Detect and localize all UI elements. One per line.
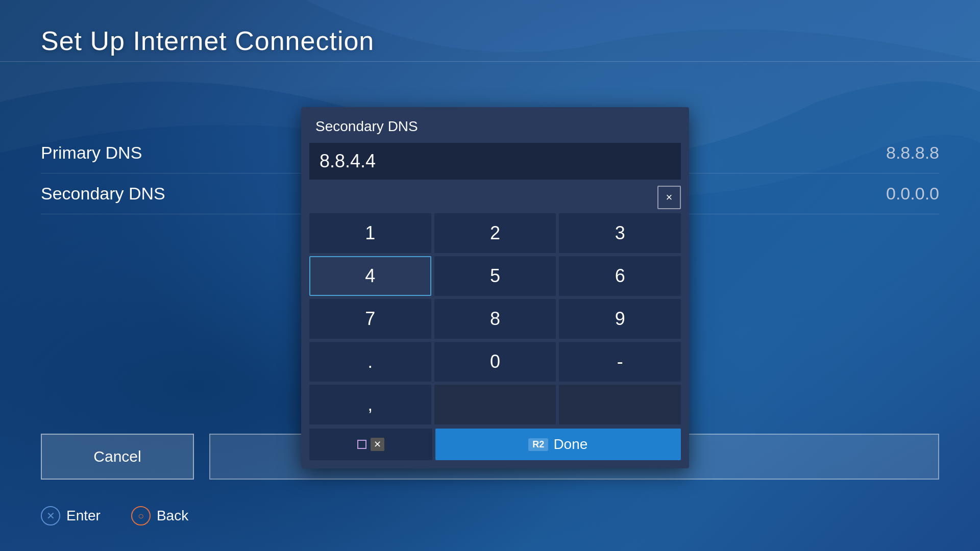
numpad-8[interactable]: 8 (434, 299, 556, 339)
numpad-2[interactable]: 2 (434, 213, 556, 253)
r2-badge: R2 (528, 438, 548, 451)
numpad: 1 2 3 4 5 6 7 8 9 . 0 - , (301, 213, 689, 429)
numpad-0[interactable]: 0 (434, 342, 556, 382)
done-button[interactable]: R2 Done (435, 429, 681, 460)
dialog-title: Secondary DNS (301, 107, 689, 143)
numpad-dot[interactable]: . (309, 342, 431, 382)
dns-dialog: Secondary DNS × 1 2 3 4 5 6 7 8 9 (301, 107, 689, 468)
dialog-close-button[interactable]: × (657, 186, 681, 209)
modal-overlay: Secondary DNS × 1 2 3 4 5 6 7 8 9 (0, 0, 980, 551)
done-label: Done (553, 436, 587, 453)
main-content: Set Up Internet Connection Primary DNS 8… (0, 0, 980, 551)
numpad-4[interactable]: 4 (309, 256, 431, 296)
numpad-comma[interactable]: , (309, 385, 431, 424)
square-icon (357, 440, 366, 449)
numpad-3[interactable]: 3 (559, 213, 681, 253)
dialog-input-area (309, 143, 681, 180)
numpad-empty-1 (434, 385, 556, 424)
numpad-empty-2 (559, 385, 681, 424)
backspace-x-icon: ✕ (371, 438, 384, 451)
numpad-1[interactable]: 1 (309, 213, 431, 253)
dns-input[interactable] (309, 143, 681, 180)
numpad-9[interactable]: 9 (559, 299, 681, 339)
numpad-dash[interactable]: - (559, 342, 681, 382)
dialog-bottom: ✕ R2 Done (309, 429, 681, 460)
numpad-7[interactable]: 7 (309, 299, 431, 339)
numpad-5[interactable]: 5 (434, 256, 556, 296)
dialog-close-area: × (301, 184, 689, 213)
numpad-6[interactable]: 6 (559, 256, 681, 296)
backspace-button[interactable]: ✕ (309, 429, 432, 460)
